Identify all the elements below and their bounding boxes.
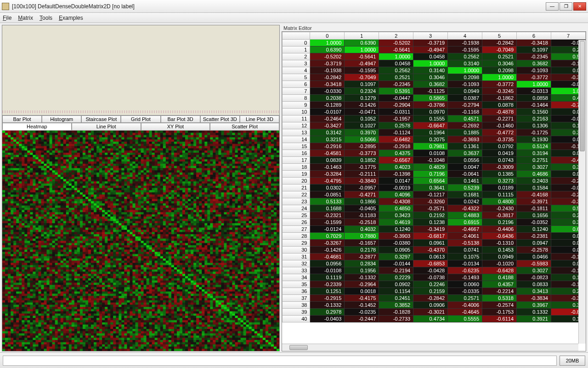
row-header-8[interactable]: 8	[283, 95, 310, 102]
cell-39-2[interactable]: -0.1828	[379, 309, 413, 316]
cell-5-5[interactable]: 1.0000	[482, 74, 517, 81]
cell-39-4[interactable]: -0.4645	[448, 309, 482, 316]
cell-40-6[interactable]: 0.3921	[517, 316, 551, 322]
cell-31-5[interactable]: 0.0949	[482, 253, 517, 260]
tab-bar-plot-3d[interactable]: Bar Plot 3D	[161, 115, 200, 122]
cell-2-4[interactable]: 0.2562	[448, 53, 482, 60]
cell-29-4[interactable]: -0.5138	[448, 240, 482, 247]
cell-28-5[interactable]: -0.6436	[482, 233, 517, 240]
col-header-5[interactable]: 5	[482, 32, 517, 40]
cell-12-4[interactable]: -0.2692	[448, 122, 482, 129]
cell-25-6[interactable]: 0.1656	[517, 212, 551, 219]
cell-38-5[interactable]: -0.2574	[482, 302, 517, 309]
cell-10-3[interactable]: 0.0970	[413, 109, 448, 115]
cell-24-1[interactable]: -0.0405	[345, 205, 379, 212]
cell-37-6[interactable]: -0.3834	[517, 295, 551, 302]
cell-12-2[interactable]: 0.2578	[379, 122, 413, 129]
cell-5-0[interactable]: -0.2842	[310, 74, 345, 81]
cell-36-4[interactable]: -0.0335	[448, 288, 482, 295]
row-header-30[interactable]: 30	[283, 247, 310, 253]
cell-20-6[interactable]: 0.2403	[517, 178, 551, 184]
cell-5-6[interactable]: -0.3772	[517, 74, 551, 81]
cell-10-0[interactable]: -0.0107	[310, 109, 345, 115]
cell-34-5[interactable]: 0.4188	[482, 274, 517, 281]
cell-26-0[interactable]: -0.1599	[310, 219, 345, 226]
cell-2-6[interactable]: -0.2345	[517, 53, 551, 60]
cell-12-3[interactable]: -0.6647	[413, 122, 448, 129]
cell-3-3[interactable]: 1.0000	[413, 60, 448, 67]
cell-31-1[interactable]: -0.2877	[345, 253, 379, 260]
cell-37-4[interactable]: 0.2571	[448, 295, 482, 302]
cell-22-5[interactable]: 0.1115	[482, 191, 517, 198]
cell-26-3[interactable]: 0.1238	[413, 219, 448, 226]
cell-28-4[interactable]: -0.4061	[448, 233, 482, 240]
cell-11-3[interactable]: 0.1555	[413, 115, 448, 122]
row-header-36[interactable]: 36	[283, 288, 310, 295]
cell-32-1[interactable]: 0.2834	[345, 260, 379, 267]
menu-tools[interactable]: Tools	[40, 15, 52, 21]
cell-36-2[interactable]: 0.1154	[379, 288, 413, 295]
cell-22-4[interactable]: 0.1681	[448, 191, 482, 198]
cell-8-6[interactable]: 0.0858	[517, 95, 551, 102]
cell-30-6[interactable]: -0.2578	[517, 247, 551, 253]
cell-0-4[interactable]: -0.1938	[448, 40, 482, 46]
cell-33-5[interactable]: -0.6428	[482, 267, 517, 274]
cell-10-1[interactable]: -0.0471	[345, 109, 379, 115]
cell-25-4[interactable]: 0.4883	[448, 212, 482, 219]
cell-4-1[interactable]: -0.1595	[345, 67, 379, 74]
cell-35-4[interactable]: 0.0060	[448, 281, 482, 288]
row-header-33[interactable]: 33	[283, 267, 310, 274]
cell-37-0[interactable]: -0.2915	[310, 295, 345, 302]
cell-7-6[interactable]: -0.0313	[517, 88, 551, 95]
matrix-table[interactable]: 0123456701.00000.6390-0.5202-0.3719-0.19…	[282, 32, 586, 322]
cell-6-4[interactable]: -0.1093	[448, 81, 482, 88]
cell-27-1[interactable]: 0.4032	[345, 226, 379, 233]
cell-16-0[interactable]: -0.4581	[310, 150, 345, 157]
horizontal-scroll-thumb[interactable]	[289, 345, 308, 350]
cell-30-2[interactable]: 0.0905	[379, 247, 413, 253]
cell-21-6[interactable]: 0.1584	[517, 184, 551, 191]
tab-line-plot-3d[interactable]: Line Plot 3D	[240, 115, 279, 122]
cell-40-4[interactable]: 0.5555	[448, 316, 482, 322]
cell-30-1[interactable]: 0.2178	[345, 247, 379, 253]
cell-13-3[interactable]: 0.1964	[413, 129, 448, 136]
cell-31-2[interactable]: 0.3297	[379, 253, 413, 260]
cell-3-2[interactable]: 0.0458	[379, 60, 413, 67]
cell-33-1[interactable]: 0.1956	[345, 267, 379, 274]
cell-22-1[interactable]: -0.4271	[345, 191, 379, 198]
cell-31-0[interactable]: -0.4681	[310, 253, 345, 260]
cell-30-0[interactable]: -0.1426	[310, 247, 345, 253]
cell-35-0[interactable]: -0.2339	[310, 281, 345, 288]
row-header-7[interactable]: 7	[283, 88, 310, 95]
col-header-3[interactable]: 3	[413, 32, 448, 40]
cell-35-6[interactable]: 0.0833	[517, 281, 551, 288]
cell-16-6[interactable]: 0.3194	[517, 150, 551, 157]
cell-23-1[interactable]: 0.1866	[345, 198, 379, 205]
cell-27-5[interactable]: -0.4406	[482, 226, 517, 233]
cell-34-6[interactable]: -0.0823	[517, 274, 551, 281]
cell-34-2[interactable]: 0.2229	[379, 274, 413, 281]
cell-17-0[interactable]: 0.0839	[310, 157, 345, 164]
cell-20-0[interactable]: -0.4795	[310, 178, 345, 184]
cell-4-2[interactable]: 0.2562	[379, 67, 413, 74]
cell-12-5[interactable]: -0.1460	[482, 122, 517, 129]
cell-7-5[interactable]: -0.3245	[482, 88, 517, 95]
row-header-28[interactable]: 28	[283, 233, 310, 240]
cell-16-3[interactable]: 0.0108	[413, 150, 448, 157]
cell-26-6[interactable]: -0.0352	[517, 219, 551, 226]
row-header-22[interactable]: 22	[283, 191, 310, 198]
cell-32-5[interactable]: -0.1020	[482, 260, 517, 267]
cell-14-2[interactable]: -0.6482	[379, 136, 413, 143]
cell-29-1[interactable]: -0.1657	[345, 240, 379, 247]
cell-9-1[interactable]: -0.1426	[345, 102, 379, 109]
cell-16-4[interactable]: 0.3637	[448, 150, 482, 157]
cell-23-3[interactable]: -0.3260	[413, 198, 448, 205]
cell-32-0[interactable]: 0.0956	[310, 260, 345, 267]
cell-17-6[interactable]: 0.2751	[517, 157, 551, 164]
cell-0-1[interactable]: 0.6390	[345, 40, 379, 46]
cell-31-3[interactable]: 0.0613	[413, 253, 448, 260]
col-header-2[interactable]: 2	[379, 32, 413, 40]
cell-11-4[interactable]: 0.4571	[448, 115, 482, 122]
cell-9-2[interactable]: -0.2904	[379, 102, 413, 109]
cell-15-5[interactable]: 0.0792	[482, 143, 517, 150]
